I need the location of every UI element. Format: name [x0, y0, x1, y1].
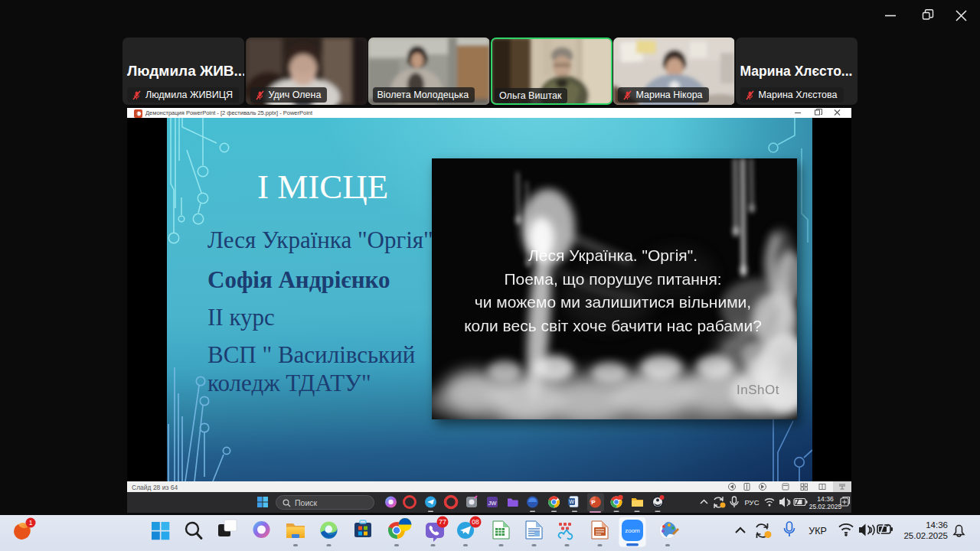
svg-text:77: 77 — [439, 518, 446, 526]
svg-text:14:36: 14:36 — [817, 495, 834, 503]
svg-text:РУС: РУС — [744, 498, 759, 507]
svg-text:25.02.2025: 25.02.2025 — [903, 531, 948, 540]
svg-text:W: W — [569, 499, 574, 504]
svg-text:УКР: УКР — [808, 526, 827, 536]
svg-text:14:36: 14:36 — [926, 520, 948, 530]
svg-text:JW: JW — [488, 500, 498, 507]
svg-text:1: 1 — [29, 519, 33, 527]
svg-text:08: 08 — [472, 518, 479, 526]
svg-text:zoom: zoom — [625, 527, 640, 534]
svg-text:P: P — [591, 499, 596, 506]
svg-text:25.02.2025: 25.02.2025 — [809, 503, 842, 510]
